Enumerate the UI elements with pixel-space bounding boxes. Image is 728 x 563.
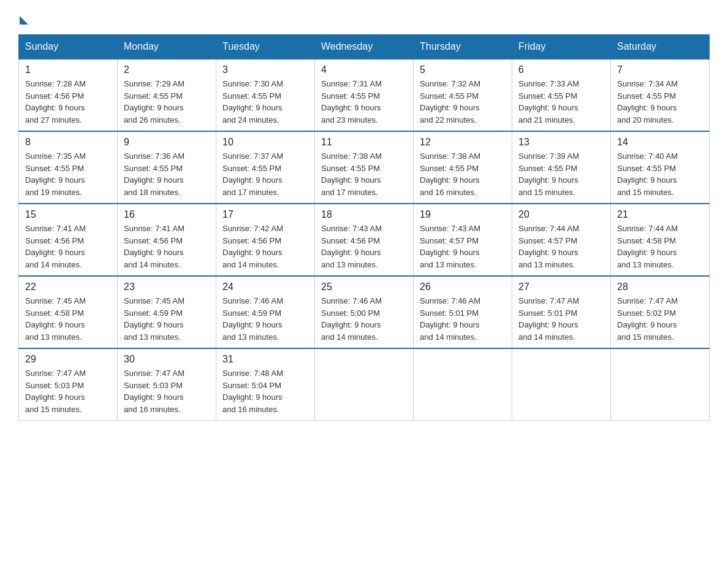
day-info: Sunrise: 7:47 AM Sunset: 5:03 PM Dayligh… bbox=[124, 367, 210, 415]
calendar-cell: 31 Sunrise: 7:48 AM Sunset: 5:04 PM Dayl… bbox=[216, 348, 315, 421]
day-number: 21 bbox=[617, 209, 703, 220]
day-number: 10 bbox=[222, 137, 308, 148]
calendar-cell bbox=[414, 348, 512, 421]
calendar-cell: 5 Sunrise: 7:32 AM Sunset: 4:55 PM Dayli… bbox=[414, 59, 512, 131]
day-info: Sunrise: 7:41 AM Sunset: 4:56 PM Dayligh… bbox=[25, 223, 111, 270]
day-info: Sunrise: 7:28 AM Sunset: 4:56 PM Dayligh… bbox=[25, 78, 111, 126]
calendar-cell: 27 Sunrise: 7:47 AM Sunset: 5:01 PM Dayl… bbox=[512, 276, 611, 348]
calendar-header: SundayMondayTuesdayWednesdayThursdayFrid… bbox=[19, 35, 710, 59]
calendar-cell: 25 Sunrise: 7:46 AM Sunset: 5:00 PM Dayl… bbox=[315, 276, 414, 348]
calendar-cell: 1 Sunrise: 7:28 AM Sunset: 4:56 PM Dayli… bbox=[19, 59, 118, 131]
header-day-friday: Friday bbox=[512, 35, 611, 59]
calendar-cell: 18 Sunrise: 7:43 AM Sunset: 4:56 PM Dayl… bbox=[315, 204, 414, 276]
day-info: Sunrise: 7:33 AM Sunset: 4:55 PM Dayligh… bbox=[518, 78, 604, 126]
calendar-cell: 28 Sunrise: 7:47 AM Sunset: 5:02 PM Dayl… bbox=[611, 276, 710, 348]
calendar-cell bbox=[611, 348, 710, 421]
header-day-monday: Monday bbox=[118, 35, 216, 59]
day-number: 15 bbox=[25, 209, 111, 220]
calendar-cell bbox=[512, 348, 611, 421]
header-day-thursday: Thursday bbox=[414, 35, 512, 59]
day-number: 14 bbox=[617, 137, 703, 148]
day-number: 28 bbox=[617, 282, 703, 293]
header-day-wednesday: Wednesday bbox=[315, 35, 414, 59]
day-info: Sunrise: 7:46 AM Sunset: 5:00 PM Dayligh… bbox=[321, 295, 407, 343]
header-day-sunday: Sunday bbox=[19, 35, 118, 59]
day-number: 7 bbox=[617, 64, 703, 75]
calendar-cell: 6 Sunrise: 7:33 AM Sunset: 4:55 PM Dayli… bbox=[512, 59, 611, 131]
day-number: 31 bbox=[222, 354, 308, 365]
calendar-cell: 2 Sunrise: 7:29 AM Sunset: 4:55 PM Dayli… bbox=[118, 59, 216, 131]
week-row-2: 8 Sunrise: 7:35 AM Sunset: 4:55 PM Dayli… bbox=[19, 131, 710, 204]
day-number: 19 bbox=[420, 209, 506, 220]
logo bbox=[18, 12, 28, 22]
day-info: Sunrise: 7:40 AM Sunset: 4:55 PM Dayligh… bbox=[617, 150, 703, 198]
calendar-cell: 26 Sunrise: 7:46 AM Sunset: 5:01 PM Dayl… bbox=[414, 276, 512, 348]
logo-arrow-icon bbox=[20, 16, 28, 25]
calendar-cell: 10 Sunrise: 7:37 AM Sunset: 4:55 PM Dayl… bbox=[216, 131, 315, 204]
day-info: Sunrise: 7:47 AM Sunset: 5:03 PM Dayligh… bbox=[25, 367, 111, 415]
day-info: Sunrise: 7:35 AM Sunset: 4:55 PM Dayligh… bbox=[25, 150, 111, 198]
day-info: Sunrise: 7:32 AM Sunset: 4:55 PM Dayligh… bbox=[420, 78, 506, 126]
calendar-cell: 9 Sunrise: 7:36 AM Sunset: 4:55 PM Dayli… bbox=[118, 131, 216, 204]
calendar-body: 1 Sunrise: 7:28 AM Sunset: 4:56 PM Dayli… bbox=[19, 59, 710, 421]
day-info: Sunrise: 7:44 AM Sunset: 4:58 PM Dayligh… bbox=[617, 223, 703, 270]
calendar-cell: 20 Sunrise: 7:44 AM Sunset: 4:57 PM Dayl… bbox=[512, 204, 611, 276]
day-number: 18 bbox=[321, 209, 407, 220]
day-number: 1 bbox=[25, 64, 111, 75]
day-number: 26 bbox=[420, 282, 506, 293]
day-info: Sunrise: 7:43 AM Sunset: 4:57 PM Dayligh… bbox=[420, 223, 506, 270]
calendar-cell: 14 Sunrise: 7:40 AM Sunset: 4:55 PM Dayl… bbox=[611, 131, 710, 204]
day-number: 2 bbox=[124, 64, 210, 75]
day-number: 17 bbox=[222, 209, 308, 220]
day-info: Sunrise: 7:37 AM Sunset: 4:55 PM Dayligh… bbox=[222, 150, 308, 198]
day-number: 29 bbox=[25, 354, 111, 365]
day-info: Sunrise: 7:31 AM Sunset: 4:55 PM Dayligh… bbox=[321, 78, 407, 126]
calendar-cell: 3 Sunrise: 7:30 AM Sunset: 4:55 PM Dayli… bbox=[216, 59, 315, 131]
day-number: 4 bbox=[321, 64, 407, 75]
day-info: Sunrise: 7:47 AM Sunset: 5:01 PM Dayligh… bbox=[518, 295, 604, 343]
day-info: Sunrise: 7:43 AM Sunset: 4:56 PM Dayligh… bbox=[321, 223, 407, 270]
calendar-cell: 7 Sunrise: 7:34 AM Sunset: 4:55 PM Dayli… bbox=[611, 59, 710, 131]
calendar-cell: 21 Sunrise: 7:44 AM Sunset: 4:58 PM Dayl… bbox=[611, 204, 710, 276]
header-day-tuesday: Tuesday bbox=[216, 35, 315, 59]
day-number: 16 bbox=[124, 209, 210, 220]
day-number: 30 bbox=[124, 354, 210, 365]
calendar-cell: 15 Sunrise: 7:41 AM Sunset: 4:56 PM Dayl… bbox=[19, 204, 118, 276]
week-row-3: 15 Sunrise: 7:41 AM Sunset: 4:56 PM Dayl… bbox=[19, 204, 710, 276]
day-number: 6 bbox=[518, 64, 604, 75]
week-row-1: 1 Sunrise: 7:28 AM Sunset: 4:56 PM Dayli… bbox=[19, 59, 710, 131]
day-number: 5 bbox=[420, 64, 506, 75]
header-day-saturday: Saturday bbox=[611, 35, 710, 59]
day-info: Sunrise: 7:48 AM Sunset: 5:04 PM Dayligh… bbox=[222, 367, 308, 415]
calendar-cell: 17 Sunrise: 7:42 AM Sunset: 4:56 PM Dayl… bbox=[216, 204, 315, 276]
day-number: 24 bbox=[222, 282, 308, 293]
day-info: Sunrise: 7:38 AM Sunset: 4:55 PM Dayligh… bbox=[420, 150, 506, 198]
day-info: Sunrise: 7:29 AM Sunset: 4:55 PM Dayligh… bbox=[124, 78, 210, 126]
day-info: Sunrise: 7:38 AM Sunset: 4:55 PM Dayligh… bbox=[321, 150, 407, 198]
day-info: Sunrise: 7:46 AM Sunset: 5:01 PM Dayligh… bbox=[420, 295, 506, 343]
day-info: Sunrise: 7:36 AM Sunset: 4:55 PM Dayligh… bbox=[124, 150, 210, 198]
calendar-cell: 8 Sunrise: 7:35 AM Sunset: 4:55 PM Dayli… bbox=[19, 131, 118, 204]
calendar-table: SundayMondayTuesdayWednesdayThursdayFrid… bbox=[18, 34, 710, 421]
day-info: Sunrise: 7:44 AM Sunset: 4:57 PM Dayligh… bbox=[518, 223, 604, 270]
page-header bbox=[18, 12, 710, 22]
calendar-cell: 11 Sunrise: 7:38 AM Sunset: 4:55 PM Dayl… bbox=[315, 131, 414, 204]
day-number: 13 bbox=[518, 137, 604, 148]
day-info: Sunrise: 7:30 AM Sunset: 4:55 PM Dayligh… bbox=[222, 78, 308, 126]
day-number: 27 bbox=[518, 282, 604, 293]
calendar-cell: 24 Sunrise: 7:46 AM Sunset: 4:59 PM Dayl… bbox=[216, 276, 315, 348]
day-info: Sunrise: 7:34 AM Sunset: 4:55 PM Dayligh… bbox=[617, 78, 703, 126]
day-number: 9 bbox=[124, 137, 210, 148]
calendar-cell: 23 Sunrise: 7:45 AM Sunset: 4:59 PM Dayl… bbox=[118, 276, 216, 348]
day-number: 22 bbox=[25, 282, 111, 293]
week-row-5: 29 Sunrise: 7:47 AM Sunset: 5:03 PM Dayl… bbox=[19, 348, 710, 421]
calendar-cell: 16 Sunrise: 7:41 AM Sunset: 4:56 PM Dayl… bbox=[118, 204, 216, 276]
calendar-cell: 22 Sunrise: 7:45 AM Sunset: 4:58 PM Dayl… bbox=[19, 276, 118, 348]
calendar-cell: 12 Sunrise: 7:38 AM Sunset: 4:55 PM Dayl… bbox=[414, 131, 512, 204]
header-row: SundayMondayTuesdayWednesdayThursdayFrid… bbox=[19, 35, 710, 59]
week-row-4: 22 Sunrise: 7:45 AM Sunset: 4:58 PM Dayl… bbox=[19, 276, 710, 348]
day-info: Sunrise: 7:39 AM Sunset: 4:55 PM Dayligh… bbox=[518, 150, 604, 198]
calendar-cell: 30 Sunrise: 7:47 AM Sunset: 5:03 PM Dayl… bbox=[118, 348, 216, 421]
day-number: 11 bbox=[321, 137, 407, 148]
day-number: 3 bbox=[222, 64, 308, 75]
